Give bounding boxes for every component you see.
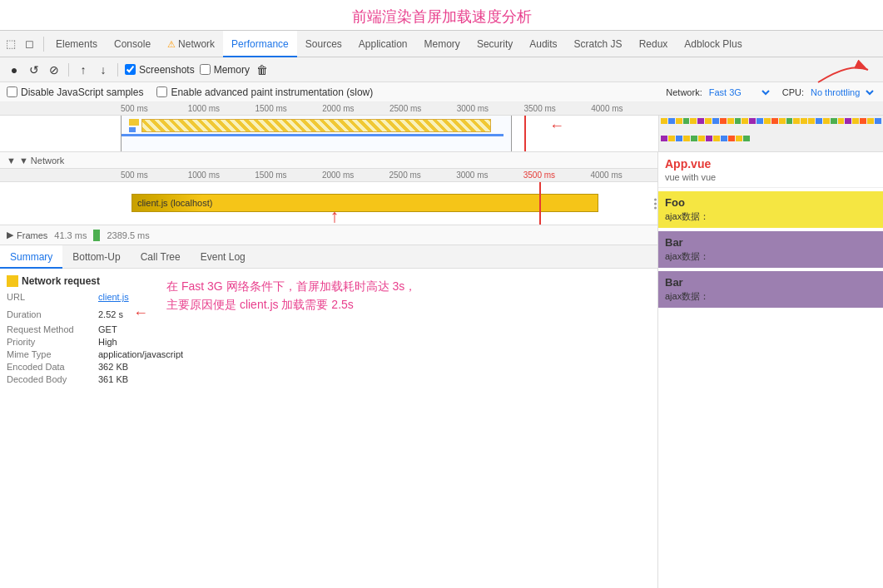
tab-network[interactable]: Network: [159, 31, 223, 57]
minimap-cell: [661, 136, 667, 141]
minimap-cell: [860, 118, 866, 124]
minimap-cell: [867, 118, 874, 124]
detail-row-duration: Duration 2.52 s ←: [7, 304, 651, 322]
url-value[interactable]: client.js: [98, 292, 129, 302]
tab-performance[interactable]: Performance: [223, 31, 297, 57]
frames-row: ▶ Frames 41.3 ms 2389.5 ms: [0, 225, 657, 245]
minimap-cell: [786, 118, 793, 124]
devtools: ⬚ ◻ Elements Console Network Performance…: [0, 30, 883, 588]
client-js-bar[interactable]: client.js (localhost): [131, 194, 598, 212]
network-toggle[interactable]: ▼: [7, 156, 16, 166]
screenshots-checkbox-label[interactable]: Screenshots: [125, 64, 195, 76]
minimap-cell: [676, 136, 682, 141]
rp-foo-block: Foo ajax数据：: [658, 191, 883, 228]
minimap-cell: [735, 118, 742, 124]
memory-checkbox[interactable]: [200, 64, 211, 75]
inspector-icon[interactable]: ◻: [22, 37, 37, 52]
duration-label: Duration: [7, 309, 98, 319]
mark-2000: 2000 ms: [322, 104, 354, 113]
minimap-cell: [771, 118, 778, 124]
tab-adblock[interactable]: Adblock Plus: [676, 31, 750, 57]
tab-memory[interactable]: Memory: [416, 31, 469, 57]
record-button[interactable]: ●: [7, 62, 22, 77]
options-row: Disable JavaScript samples Enable advanc…: [0, 82, 883, 102]
frames-time1: 41.3 ms: [54, 230, 87, 240]
detail-section-title: Network request: [7, 275, 651, 287]
decoded-value: 361 KB: [98, 374, 128, 384]
disable-js-samples-checkbox[interactable]: [7, 86, 17, 97]
overview-content[interactable]: ← // Will be rendered via inline style r…: [0, 116, 883, 152]
network-section-label: ▼ Network: [19, 156, 64, 166]
mark-1500: 1500 ms: [255, 104, 287, 113]
duration-arrow: ←: [133, 304, 148, 322]
tab-event-log[interactable]: Event Log: [191, 245, 255, 269]
page-wrapper: 前端渲染首屏加载速度分析 ⬚ ◻ Elements Console Networ…: [0, 0, 883, 588]
minimap-cell: [712, 118, 719, 124]
minimap-cell: [668, 118, 675, 124]
reload-button[interactable]: ↺: [27, 62, 42, 77]
method-label: Request Method: [7, 324, 98, 334]
tab-application[interactable]: Application: [350, 31, 416, 57]
tab-security[interactable]: Security: [469, 31, 521, 57]
screenshots-checkbox[interactable]: [125, 64, 136, 75]
minimap-cell: [838, 118, 845, 124]
rp-foo-label: Foo: [665, 196, 876, 209]
tab-bottom-up[interactable]: Bottom-Up: [62, 245, 130, 269]
rp-bar1-block: Bar ajax数据：: [658, 231, 883, 268]
mime-value: application/javascript: [98, 349, 183, 359]
minimap-cell: [728, 136, 735, 141]
download-button[interactable]: ↓: [96, 62, 111, 77]
minimap-cell: [801, 118, 807, 124]
arrow-svg: [810, 53, 876, 86]
mark-1000: 1000 ms: [188, 104, 220, 113]
minimap-cell: [683, 118, 690, 124]
minimap-cell: [808, 118, 815, 124]
disable-js-samples-label[interactable]: Disable JavaScript samples: [7, 86, 143, 98]
network-dropdown[interactable]: Fast 3G Slow 3G Offline No throttling: [706, 86, 772, 98]
minimap-row1: [661, 118, 881, 134]
cpu-dropdown[interactable]: No throttling 2x slowdown 4x slowdown: [807, 86, 876, 98]
tab-sources[interactable]: Sources: [297, 31, 350, 57]
tab-audits[interactable]: Audits: [521, 31, 565, 57]
summary-tabs-bar: Summary Bottom-Up Call Tree Event Log: [0, 245, 657, 269]
tab-bar: ⬚ ◻ Elements Console Network Performance…: [0, 31, 883, 57]
tab-elements[interactable]: Elements: [47, 31, 106, 57]
network-label: Network:: [666, 87, 702, 97]
enable-paint-label[interactable]: Enable advanced paint instrumentation (s…: [156, 86, 373, 98]
cpu-label: CPU:: [782, 87, 804, 97]
upload-button[interactable]: ↑: [76, 62, 91, 77]
tab-summary[interactable]: Summary: [0, 245, 62, 269]
tab-scratch-js[interactable]: Scratch JS: [566, 31, 631, 57]
memory-checkbox-label[interactable]: Memory: [200, 64, 250, 76]
clear-button[interactable]: ⊘: [47, 62, 62, 77]
detail-row-decoded: Decoded Body 361 KB: [7, 374, 651, 384]
r2-mark-3000: 3000 ms: [456, 170, 488, 180]
tab-console[interactable]: Console: [106, 31, 159, 57]
tab-call-tree[interactable]: Call Tree: [131, 245, 191, 269]
minimap-cell: [749, 118, 756, 124]
url-label: URL: [7, 292, 98, 302]
trash-button[interactable]: 🗑: [255, 62, 270, 77]
resize-dots[interactable]: [654, 198, 657, 209]
disable-js-label: Disable JavaScript samples: [21, 86, 143, 98]
detail-row-priority: Priority High: [7, 337, 651, 347]
network-section-header[interactable]: ▼ ▼ Network: [0, 152, 657, 169]
options-right: Network: Fast 3G Slow 3G Offline No thro…: [666, 86, 876, 98]
tab-redux[interactable]: Redux: [631, 31, 677, 57]
detail-row-method: Request Method GET: [7, 324, 651, 334]
minimap-cell: [713, 136, 720, 141]
cursor-icon[interactable]: ⬚: [3, 37, 18, 52]
memory-label: Memory: [214, 64, 250, 76]
frames-toggle[interactable]: ▶: [7, 230, 13, 240]
detail-panel: Network request URL client.js Duration 2…: [0, 269, 657, 588]
minimap-cell: [706, 136, 712, 141]
ruler2-marks: 500 ms 1000 ms 1500 ms 2000 ms 2500 ms 3…: [121, 169, 657, 181]
r2-mark-2000: 2000 ms: [322, 170, 354, 180]
minimap-cell: [683, 136, 690, 141]
minimap-cell: [721, 136, 727, 141]
minimap-cell: [764, 118, 771, 124]
screenshots-label: Screenshots: [139, 64, 195, 76]
page-title: 前端渲染首屏加载速度分析: [0, 0, 883, 30]
enable-paint-checkbox[interactable]: [156, 86, 167, 97]
minimap-cell: [736, 136, 742, 141]
